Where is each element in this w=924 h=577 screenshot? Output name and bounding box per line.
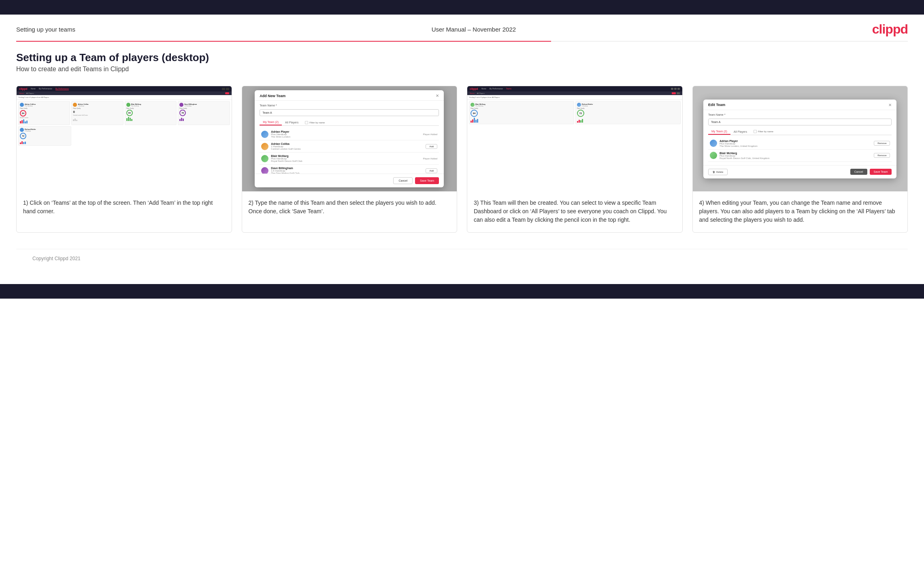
ss1-nav-performance: My Performance — [39, 88, 52, 90]
ss4-player-row-2: Blair McHarg Plus HandicapRoyal North De… — [708, 150, 892, 162]
ss4-filter-area: Filter by name — [754, 130, 773, 133]
ss2-player-status-3: Player Added — [423, 157, 437, 160]
ss2-cancel-button[interactable]: Cancel — [393, 177, 413, 184]
ss2-player-list: Adrian Player Plus HandicapThe Shire Lon… — [260, 128, 439, 173]
ss1-pdetail-2: 1 Handicap — [78, 105, 88, 107]
header-divider — [16, 41, 908, 42]
ss3-avatar-2 — [577, 103, 581, 107]
ss3-icon-3 — [677, 88, 680, 90]
ss3-pencil-icon — [677, 92, 680, 94]
ss3-pname-2: Richard Butler — [582, 103, 593, 105]
ss1-subnav: Teams All Players — [17, 91, 232, 95]
ss3-pstat-2: Player Quality — [577, 108, 679, 109]
ss3-bar — [474, 118, 475, 123]
card-3-screenshot: clippd Home My Performance Teams Teams — [467, 86, 682, 191]
ss3-nav-perf: My Performance — [490, 88, 503, 90]
ss2-close-icon[interactable]: ✕ — [436, 93, 439, 98]
ss1-bar — [75, 119, 76, 121]
ss2-add-player-2-btn[interactable]: Add — [426, 144, 437, 149]
ss4-dialog-body: Team Name * My Team (2) All Players Filt… — [703, 110, 896, 165]
ss4-player-info-2: Blair McHarg Plus HandicapRoyal North De… — [720, 152, 871, 159]
ss1-bars-1 — [20, 119, 68, 123]
ss1-bar — [25, 142, 26, 144]
card-4-text: 4) When editing your Team, you can chang… — [693, 191, 908, 232]
ss4-player-detail-2: Plus HandicapRoyal North Devon Golf Club… — [720, 155, 871, 159]
ss1-bar — [76, 120, 77, 121]
ss1-bar — [26, 121, 28, 123]
ss3-bar — [580, 120, 581, 123]
header: Setting up your teams User Manual – Nove… — [0, 15, 924, 41]
ss1-bar — [23, 142, 24, 144]
ss3-topnav: clippd Home My Performance Teams — [467, 86, 682, 91]
ss2-player-avatar-1 — [261, 131, 268, 138]
ss4-save-button[interactable]: Save Team — [870, 169, 892, 175]
ss2-tab-my-team[interactable]: My Team (2) — [260, 119, 282, 125]
ss2-player-name-3: Blair McHarg — [271, 155, 420, 157]
ss1-subnav-teams: Teams — [19, 92, 24, 94]
ss4-remove-player-2-btn[interactable]: Remove — [874, 153, 890, 158]
ss1-bar — [126, 118, 128, 121]
ss3-logo: clippd — [470, 87, 478, 90]
ss2-player-info-3: Blair McHarg Plus HandicapRoyal North De… — [271, 155, 420, 162]
page-subtitle: How to create and edit Teams in Clippd — [16, 66, 908, 73]
ss1-settings-icon — [226, 88, 229, 90]
ss4-delete-button[interactable]: 🗑 Delete — [708, 169, 728, 175]
ss1-bar — [21, 141, 23, 144]
ss1-score-2: 0 — [73, 110, 121, 114]
ss3-pdetail-2: 2 Handicap — [582, 105, 593, 107]
ss1-bars-2 — [73, 117, 121, 121]
ss1-avatar-1 — [20, 103, 24, 107]
ss4-player-avatar-1 — [710, 140, 717, 147]
ss3-bar — [472, 119, 473, 123]
ss1-search-icon — [222, 88, 225, 90]
ss1-bar — [131, 119, 132, 121]
ss1-pname-2: Adrian Coliba — [78, 103, 88, 105]
ss1-bars-5 — [20, 140, 70, 144]
ss1-bar — [179, 119, 181, 121]
ss1-avatar-4 — [179, 103, 183, 107]
ss4-filter-checkbox[interactable] — [754, 130, 757, 133]
ss3-bars-1 — [471, 118, 573, 123]
ss2-save-button[interactable]: Save Team — [415, 177, 439, 184]
clippd-logo: clippd — [872, 22, 908, 37]
ss1-bar — [183, 119, 184, 121]
ss4-player-detail-1: Plus HandicapThe Shire London, United Ki… — [720, 142, 871, 147]
ss3-pdetail-1: Plus Handicap — [475, 105, 485, 107]
ss4-remove-player-1-btn[interactable]: Remove — [874, 141, 890, 146]
ss3-score-2: 72 — [577, 110, 584, 117]
ss2-player-avatar-4 — [261, 167, 268, 174]
ss4-filter-label: Filter by name — [758, 130, 773, 133]
ss1-score-circle-3: 94 — [126, 110, 133, 116]
ss2-player-info-4: Dave Billingham 1.6 HandicapThe Ding Mal… — [271, 167, 423, 173]
ss4-cancel-button[interactable]: Cancel — [850, 169, 867, 175]
ss2-filter-label: Filter by name — [309, 121, 325, 124]
ss1-topnav: clippd Home My Performance My Performanc… — [17, 86, 232, 91]
ss4-tab-all-players[interactable]: All Players — [730, 129, 750, 134]
ss2-player-detail-3: Plus HandicapRoyal North Devon Golf Club — [271, 157, 420, 162]
ss2-team-name-input[interactable] — [260, 109, 439, 116]
ss1-bar — [73, 119, 74, 121]
ss3-bar — [579, 120, 580, 123]
page-footer: Copyright Clippd 2021 — [16, 249, 908, 268]
ss2-filter-checkbox[interactable] — [305, 121, 308, 124]
ss4-team-name-input[interactable] — [708, 119, 892, 125]
page-content: Setting up a Team of players (desktop) H… — [0, 51, 924, 284]
ss1-pname-1: Adrian Collins — [25, 103, 36, 105]
ss4-close-icon[interactable]: ✕ — [888, 103, 892, 107]
ss4-tab-my-team[interactable]: My Team (2) — [708, 129, 730, 135]
ss1-score-circle-1: 84 — [20, 110, 26, 117]
ss4-player-info-1: Adrian Player Plus HandicapThe Shire Lon… — [720, 140, 871, 147]
ss3-bars-2 — [577, 118, 679, 123]
ss2-player-detail-4: 1.6 HandicapThe Ding Maling Golf Club — [271, 170, 423, 173]
ss4-player-name-2: Blair McHarg — [720, 152, 871, 155]
ss1-avatar-2 — [73, 103, 77, 107]
ss1-pcard-3: Blair McHarg Plus Handicap Player Qualit… — [125, 101, 177, 125]
card-2: Add New Team ✕ Team Name * My Team (2) A… — [242, 86, 458, 233]
ss2-add-player-4-btn[interactable]: Add — [426, 168, 437, 173]
ss3-add-btn — [672, 92, 676, 94]
ss4-frame: Edit Team ✕ Team Name * My Team (2) All … — [693, 86, 908, 191]
card-1-screenshot: clippd Home My Performance My Performanc… — [17, 86, 232, 191]
ss2-filter-area: Filter by name — [305, 121, 325, 124]
card-3: clippd Home My Performance Teams Teams — [467, 86, 683, 233]
ss2-tab-all-players[interactable]: All Players — [282, 120, 302, 125]
